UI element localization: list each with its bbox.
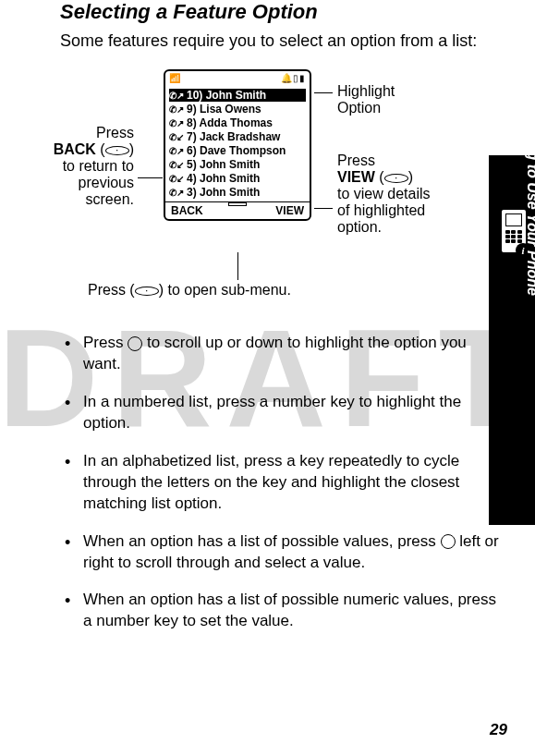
call-direction-icon: ✆↙: [169, 132, 184, 142]
section-running-head: Learning to Use Your Phone: [524, 98, 535, 296]
recent-calls-list: ✆↗10) John Smith✆↗9) Lisa Owens✆↗8) Adda…: [165, 86, 310, 201]
softkey-icon: [384, 174, 408, 183]
callout-text: Press: [14, 125, 134, 141]
status-bar: 📶 🔔▯▮: [165, 71, 310, 86]
signal-icon: 📶: [169, 73, 180, 83]
softkey-left: BACK: [171, 204, 203, 217]
phone-diagram: 📶 🔔▯▮ ✆↗10) John Smith✆↗9) Lisa Owens✆↗8…: [60, 69, 507, 319]
list-item: ✆↗6) Dave Thompson: [169, 144, 306, 157]
list-item-label: 4) John Smith: [187, 172, 260, 185]
list-item-label: 5) John Smith: [187, 158, 260, 171]
callout-text: to view details: [337, 186, 480, 202]
callout-key-label: BACK: [54, 141, 96, 157]
softkey-icon: [105, 146, 129, 155]
menu-key-indicator-icon: [228, 202, 247, 206]
callout-submenu: Press () to open sub-menu.: [88, 282, 291, 299]
list-item-label: 8) Adda Thomas: [187, 116, 273, 129]
callout-view: Press VIEW () to view details of highlig…: [337, 152, 480, 236]
bullet-text: Press: [83, 334, 128, 351]
list-item-label: 3) John Smith: [187, 186, 260, 199]
list-item: In an alphabetized list, press a key rep…: [60, 451, 507, 515]
callout-text: ) to open sub-menu.: [159, 282, 291, 298]
callout-key-label: VIEW: [337, 169, 375, 185]
battery-icon: 🔔▯▮: [281, 73, 306, 83]
list-item-label: 6) Dave Thompson: [187, 144, 286, 157]
phone-screen-mockup: 📶 🔔▯▮ ✆↗10) John Smith✆↗9) Lisa Owens✆↗8…: [164, 69, 311, 221]
list-item: ✆↗9) Lisa Owens: [169, 103, 306, 116]
callout-text: Highlight: [337, 83, 395, 100]
list-item: In a numbered list, press a number key t…: [60, 392, 507, 434]
call-direction-icon: ✆↗: [169, 91, 184, 101]
list-item: ✆↙5) John Smith: [169, 158, 306, 171]
list-item: ✆↗10) John Smith: [169, 89, 306, 102]
callout-text: previous: [14, 175, 134, 191]
list-item-label: 7) Jack Bradshaw: [187, 130, 280, 143]
callout-back: Press BACK () to return to previous scre…: [14, 125, 134, 208]
callout-text: Press: [337, 152, 480, 169]
callout-highlight-option: Highlight Option: [337, 83, 395, 116]
callout-line: [237, 252, 238, 280]
softkey-right: VIEW: [275, 204, 304, 217]
call-direction-icon: ✆↗: [169, 118, 184, 128]
list-item: ✆↗3) John Smith: [169, 186, 306, 199]
callout-text: Option: [337, 100, 395, 116]
list-item-label: 10) John Smith: [187, 89, 266, 102]
call-direction-icon: ✆↗: [169, 104, 184, 115]
list-item: Press to scroll up or down to highlight …: [60, 333, 507, 375]
list-item: ✆↙4) John Smith: [169, 172, 306, 185]
nav-key-icon: [128, 336, 142, 351]
instruction-list: Press to scroll up or down to highlight …: [60, 333, 507, 632]
menu-key-icon: [135, 287, 159, 296]
list-item-label: 9) Lisa Owens: [187, 103, 261, 116]
call-direction-icon: ✆↗: [169, 188, 184, 198]
list-item: ✆↗8) Adda Thomas: [169, 116, 306, 129]
call-direction-icon: ✆↙: [169, 174, 184, 184]
intro-text: Some features require you to select an o…: [60, 31, 507, 51]
list-item: When an option has a list of possible nu…: [60, 590, 507, 632]
bullet-text: When an option has a list of possible va…: [83, 532, 441, 550]
page-number: 29: [490, 721, 507, 739]
callout-text: option.: [337, 219, 480, 236]
call-direction-icon: ✆↙: [169, 160, 184, 170]
callout-text: screen.: [14, 191, 134, 208]
callout-text: of highlighted: [337, 202, 480, 219]
call-direction-icon: ✆↗: [169, 146, 184, 156]
list-item: ✆↙7) Jack Bradshaw: [169, 130, 306, 143]
callout-text: to return to: [14, 158, 134, 175]
callout-line: [314, 208, 333, 209]
callout-line: [314, 92, 333, 93]
callout-text: Press (: [88, 282, 135, 298]
list-item: When an option has a list of possible va…: [60, 531, 507, 574]
section-title: Selecting a Feature Option: [60, 0, 507, 24]
nav-key-icon: [441, 534, 456, 549]
callout-line: [138, 177, 163, 178]
